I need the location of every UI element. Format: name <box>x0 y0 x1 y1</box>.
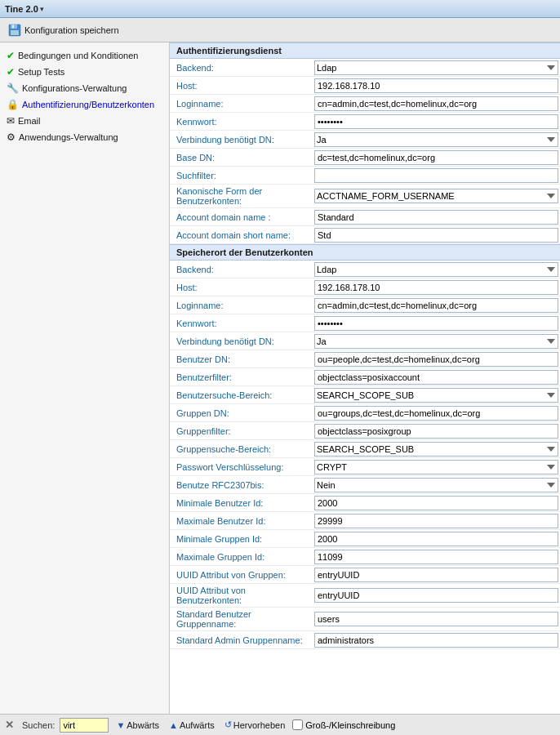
form-row-auth-loginname: Loginname: <box>170 95 560 113</box>
form-label-store-gruppensuche: Gruppensuche-Bereich: <box>170 443 313 456</box>
form-label-store-gruppendn: Gruppen DN: <box>170 407 313 420</box>
save-button[interactable]: Konfiguration speichern <box>5 22 122 38</box>
form-row-store-loginname: Loginname: <box>170 296 560 314</box>
content-area: Authentifizierungsdienst Backend:LdapHos… <box>170 42 560 714</box>
up-button[interactable]: ▲ Aufwärts <box>167 719 217 731</box>
select-store-rfc[interactable]: Nein <box>314 478 558 492</box>
sidebar-item-label: Authentifizierung/Benutzerkonten <box>22 100 154 109</box>
form-label-store-host: Host: <box>170 281 313 294</box>
form-row-auth-backend: Backend:Ldap <box>170 59 560 77</box>
app-title: Tine 2.0 <box>5 4 38 14</box>
title-bar: Tine 2.0 ▾ <box>0 0 560 18</box>
form-label-auth-loginname: Loginname: <box>170 97 313 110</box>
input-store-benutzerfilter[interactable] <box>314 370 558 385</box>
form-row-store-benutzerdn: Benutzer DN: <box>170 350 560 368</box>
input-store-maxbenutzerid[interactable] <box>314 514 558 528</box>
form-label-store-benutzerfilter: Benutzerfilter: <box>170 371 313 384</box>
form-label-auth-host: Host: <box>170 79 313 92</box>
form-row-auth-kennwort: Kennwort: <box>170 113 560 131</box>
close-icon[interactable]: ✕ <box>5 719 14 731</box>
bottom-bar: ✕ Suchen: ▼ Abwärts ▲ Aufwärts ↺ Hervorh… <box>0 714 560 735</box>
sidebar: ✔ Bedingungen und Konditionen ✔ Setup Te… <box>0 42 170 714</box>
input-store-mingruppenid[interactable] <box>314 532 558 546</box>
form-label-auth-kennwort: Kennwort: <box>170 115 313 128</box>
select-store-gruppensuche[interactable]: SEARCH_SCOPE_SUB <box>314 442 558 457</box>
sidebar-item-anwendung[interactable]: ⚙ Anwendungs-Verwaltung <box>0 129 169 145</box>
input-auth-loginname[interactable] <box>314 96 558 111</box>
highlight-button[interactable]: ↺ Hervorheben <box>222 719 288 731</box>
select-store-backend[interactable]: Ldap <box>314 262 558 277</box>
auth-fields: Backend:LdapHost:Loginname:Kennwort:Verb… <box>170 59 560 244</box>
form-row-store-maxbenutzerid: Maximale Benutzer Id: <box>170 512 560 530</box>
lock-icon: 🔒 <box>7 99 19 110</box>
select-store-benutzersuche[interactable]: SEARCH_SCOPE_SUB <box>314 388 558 403</box>
sidebar-item-label: Anwendungs-Verwaltung <box>19 132 118 142</box>
sidebar-item-auth[interactable]: 🔒 Authentifizierung/Benutzerkonten <box>0 96 169 113</box>
form-label-store-rfc: Benutze RFC2307bis: <box>170 479 313 492</box>
select-auth-kanon[interactable]: ACCTNAME_FORM_USERNAME <box>314 189 558 203</box>
form-label-store-verbindung: Verbindung benötigt DN: <box>170 335 313 348</box>
search-input[interactable] <box>60 718 109 733</box>
form-label-store-loginname: Loginname: <box>170 299 313 312</box>
sidebar-item-bedingungen[interactable]: ✔ Bedingungen und Konditionen <box>0 47 169 64</box>
form-row-store-rfc: Benutze RFC2307bis:Nein <box>170 476 560 494</box>
input-auth-host[interactable] <box>314 78 558 93</box>
title-dropdown-icon[interactable]: ▾ <box>40 5 44 13</box>
form-row-store-stdadmin: Standard Admin Gruppenname: <box>170 631 560 649</box>
sidebar-item-label: Konfigurations-Verwaltung <box>22 83 127 93</box>
form-label-auth-kanon: Kanonische Form der Benutzerkonten: <box>170 185 313 207</box>
select-auth-backend[interactable]: Ldap <box>314 60 558 75</box>
select-store-verbindung[interactable]: Ja <box>314 334 558 349</box>
form-label-store-passwort: Passwort Verschlüsselung: <box>170 461 313 474</box>
case-checkbox[interactable] <box>292 719 303 730</box>
sidebar-item-label: Email <box>18 116 41 126</box>
input-store-benutzerdn[interactable] <box>314 352 558 367</box>
highlight-label: Hervorheben <box>233 720 286 730</box>
input-auth-domainshort[interactable] <box>314 228 558 243</box>
down-button[interactable]: ▼ Abwärts <box>113 719 162 731</box>
input-auth-kennwort[interactable] <box>314 114 558 129</box>
store-fields: Backend:LdapHost:Loginname:Kennwort:Verb… <box>170 261 560 649</box>
store-section-header: Speicherort der Benutzerkonten <box>170 244 560 261</box>
case-label-text: Groß-/Kleinschreibung <box>305 720 395 730</box>
input-store-minbenutzerid[interactable] <box>314 496 558 510</box>
select-store-passwort[interactable]: CRYPT <box>314 460 558 474</box>
form-label-auth-domainshort: Account domain short name: <box>170 229 313 242</box>
input-store-maxgruppenid[interactable] <box>314 550 558 564</box>
input-store-uuidgruppen[interactable] <box>314 568 558 582</box>
input-store-stdbenutzer[interactable] <box>314 612 558 626</box>
arrow-up-icon: ▲ <box>169 720 178 730</box>
input-store-loginname[interactable] <box>314 298 558 313</box>
save-label: Konfiguration speichern <box>24 25 119 35</box>
input-store-stdadmin[interactable] <box>314 633 558 648</box>
form-row-auth-suchfilter: Suchfilter: <box>170 167 560 185</box>
form-row-store-verbindung: Verbindung benötigt DN:Ja <box>170 332 560 350</box>
input-auth-domainname[interactable] <box>314 210 558 225</box>
arrow-down-icon: ▼ <box>116 720 125 730</box>
sidebar-item-setup-tests[interactable]: ✔ Setup Tests <box>0 64 169 80</box>
sidebar-item-label: Setup Tests <box>18 67 64 77</box>
form-label-store-benutzersuche: Benutzersuche-Bereich: <box>170 389 313 402</box>
input-auth-basedn[interactable] <box>314 150 558 165</box>
main-layout: ✔ Bedingungen und Konditionen ✔ Setup Te… <box>0 42 560 714</box>
form-row-store-host: Host: <box>170 278 560 296</box>
input-store-host[interactable] <box>314 280 558 295</box>
form-row-store-kennwort: Kennwort: <box>170 314 560 332</box>
input-store-gruppendn[interactable] <box>314 406 558 421</box>
form-row-store-mingruppenid: Minimale Gruppen Id: <box>170 530 560 548</box>
form-row-store-minbenutzerid: Minimale Benutzer Id: <box>170 494 560 512</box>
input-store-kennwort[interactable] <box>314 316 558 331</box>
form-row-store-maxgruppenid: Maximale Gruppen Id: <box>170 548 560 566</box>
input-auth-suchfilter[interactable] <box>314 168 558 183</box>
form-label-store-stdbenutzer: Standard Benutzer Gruppenname: <box>170 608 313 630</box>
case-label: Groß-/Kleinschreibung <box>292 719 395 730</box>
select-auth-verbindung[interactable]: Ja <box>314 132 558 147</box>
form-row-auth-kanon: Kanonische Form der Benutzerkonten:ACCTN… <box>170 185 560 208</box>
form-row-auth-verbindung: Verbindung benötigt DN:Ja <box>170 131 560 149</box>
form-row-store-gruppendn: Gruppen DN: <box>170 404 560 422</box>
sidebar-item-konfig[interactable]: 🔧 Konfigurations-Verwaltung <box>0 80 169 96</box>
sidebar-item-email[interactable]: ✉ Email <box>0 113 169 129</box>
input-store-gruppenfilter[interactable] <box>314 424 558 439</box>
form-label-store-benutzerdn: Benutzer DN: <box>170 353 313 366</box>
input-store-uuidbenutzer[interactable] <box>314 588 558 603</box>
